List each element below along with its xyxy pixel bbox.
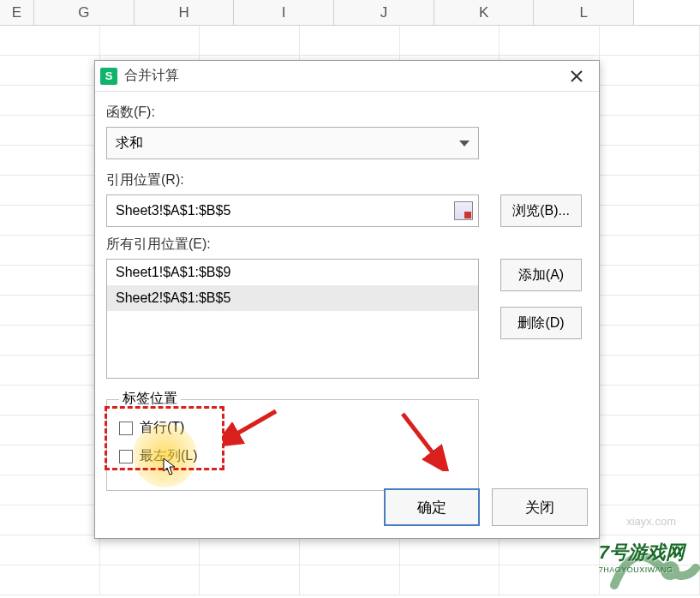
col-header[interactable]: G (34, 0, 135, 25)
dialog-footer: 确定 关闭 (384, 488, 588, 526)
col-header[interactable]: J (334, 0, 434, 25)
dialog-body: 函数(F): 求和 引用位置(R): Sheet3!$A$1:$B$5 浏览(B… (95, 92, 599, 499)
ok-button[interactable]: 确定 (384, 488, 480, 526)
add-button[interactable]: 添加(A) (500, 259, 582, 291)
titlebar: S 合并计算 (95, 61, 599, 92)
checkbox-icon[interactable] (119, 422, 133, 435)
app-icon: S (100, 68, 117, 85)
function-label: 函数(F): (106, 104, 588, 122)
left-col-label: 最左列(L) (140, 447, 198, 465)
consolidate-dialog: S 合并计算 函数(F): 求和 引用位置(R): Sheet3!$A$1:$B… (94, 60, 600, 539)
col-header[interactable]: H (135, 0, 235, 25)
reference-value: Sheet3!$A$1:$B$5 (116, 203, 454, 218)
reference-input[interactable]: Sheet3!$A$1:$B$5 (106, 194, 479, 227)
close-button[interactable]: 关闭 (492, 488, 588, 526)
label-position-fieldset: 标签位置 首行(T) 最左列(L) (106, 399, 479, 491)
list-item[interactable]: Sheet2!$A$1:$B$5 (107, 285, 478, 311)
all-refs-label: 所有引用位置(E): (106, 236, 588, 254)
col-header[interactable]: I (234, 0, 334, 25)
fieldset-legend: 标签位置 (119, 390, 181, 408)
function-value: 求和 (116, 135, 459, 152)
chevron-down-icon (459, 141, 470, 147)
col-header[interactable]: K (434, 0, 535, 25)
checkbox-icon[interactable] (119, 450, 133, 463)
col-header[interactable]: E (0, 0, 34, 25)
delete-button[interactable]: 删除(D) (500, 307, 582, 339)
column-headers: E G H I J K L (0, 0, 700, 26)
col-header[interactable]: L (534, 0, 634, 25)
browse-button[interactable]: 浏览(B)... (500, 194, 582, 227)
list-item[interactable]: Sheet1!$A$1:$B$9 (107, 260, 478, 285)
reference-label: 引用位置(R): (106, 171, 588, 189)
top-row-checkbox-row[interactable]: 首行(T) (119, 419, 466, 437)
left-col-checkbox-row[interactable]: 最左列(L) (119, 447, 466, 465)
close-icon[interactable] (559, 63, 594, 89)
top-row-label: 首行(T) (140, 419, 184, 437)
refs-listbox[interactable]: Sheet1!$A$1:$B$9 Sheet2!$A$1:$B$5 (106, 259, 479, 379)
dialog-title: 合并计算 (124, 67, 559, 85)
function-dropdown[interactable]: 求和 (106, 127, 479, 159)
range-selector-icon[interactable] (454, 201, 473, 220)
